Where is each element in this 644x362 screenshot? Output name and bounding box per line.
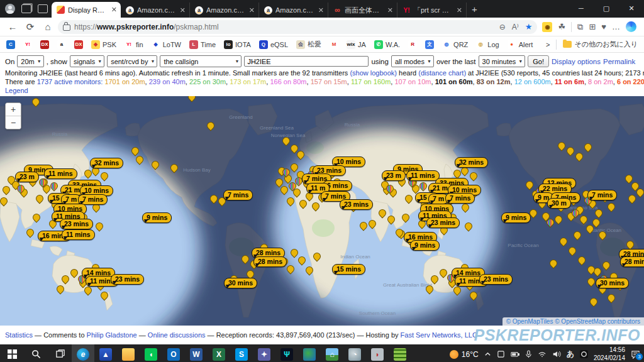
map-marker-time-label[interactable]: 15 mins (332, 264, 365, 275)
footer-link[interactable]: Statistics (5, 331, 33, 339)
taskbar-app-grid-app[interactable] (389, 344, 411, 362)
world-map[interactable]: RussiaRussiaGreenlandGreenland SeaHudson… (0, 96, 644, 326)
map-marker-time-label[interactable]: 30 mins (596, 278, 629, 288)
status-link[interactable]: (show logbook) (350, 69, 397, 77)
footer-link[interactable]: Fast Serv Networks, LLC (401, 331, 477, 339)
home-button[interactable]: ⌂ (40, 19, 55, 35)
split-screen-icon[interactable]: ⧉ (577, 22, 583, 32)
legend-link[interactable]: Legend (5, 87, 28, 94)
map-marker-time-label[interactable]: 23 mins (60, 219, 93, 229)
read-aloud-icon[interactable]: A⁾ (512, 23, 519, 31)
back-button[interactable]: ← (5, 19, 20, 35)
close-button[interactable]: ✕ (619, 0, 644, 16)
map-marker-time-label[interactable]: 23 m (382, 170, 406, 181)
status-link[interactable]: (distance chart) (418, 69, 466, 77)
callsign-input[interactable] (244, 56, 369, 67)
browser-tab[interactable]: Display Receptio✕ (52, 2, 121, 18)
bookmark-amazon[interactable]: a (57, 40, 66, 49)
window-select[interactable]: 30 minutes▼ (479, 55, 526, 67)
map-marker-time-label[interactable]: 7 mins (223, 190, 253, 200)
browser-essentials-icon[interactable]: ♥ (601, 22, 606, 31)
map-marker-time-label[interactable]: 28 mins (253, 256, 287, 267)
other-favorites-folder[interactable]: その他のお気に入り (563, 40, 638, 49)
taskbar-app-file-explorer[interactable] (117, 344, 140, 362)
new-tab-button[interactable]: + (472, 4, 477, 14)
openstreetmap-link[interactable]: © OpenStreetMap contributors (555, 318, 640, 325)
map-marker-time-label[interactable]: 28 mins (620, 256, 644, 267)
taskbar-app-scanner[interactable]: ▲ (94, 344, 117, 362)
active-monitors-link[interactable]: 1737 active monitors: (37, 78, 105, 85)
zoom-out-button[interactable]: − (6, 116, 21, 129)
browser-tab[interactable]: ∞画面全体もしくは✕ (328, 3, 397, 18)
map-marker-time-label[interactable]: 23 mins (426, 217, 460, 228)
lock-icon[interactable] (63, 25, 70, 31)
tab-close-icon[interactable]: ✕ (387, 6, 393, 14)
workspaces-icon[interactable] (21, 4, 31, 13)
show-select[interactable]: signals▼ (70, 55, 104, 67)
tab-close-icon[interactable]: ✕ (457, 6, 462, 14)
ime-mode-icon[interactable]: あ (567, 349, 574, 359)
tablet-icon[interactable] (497, 350, 505, 358)
map-marker-time-label[interactable]: 9 mins (501, 212, 531, 223)
bookmark-iota[interactable]: ioIOTA (224, 40, 251, 49)
taskbar-search-icon[interactable] (24, 344, 48, 362)
browser-tab[interactable]: aAmazon.co.jp :✕ (190, 3, 259, 18)
bookmark-dx-world[interactable]: DX (74, 40, 83, 49)
map-marker-time-label[interactable]: 11 mins (44, 168, 77, 179)
weather-widget[interactable]: 16°C (450, 350, 479, 359)
microphone-icon[interactable] (525, 350, 532, 358)
refresh-button[interactable]: ⟳ (23, 19, 38, 35)
bookmark-dx[interactable]: DX (40, 40, 49, 49)
tray-chevron-up-icon[interactable] (484, 351, 491, 358)
map-marker-time-label[interactable]: 11 mins (406, 170, 440, 181)
browser-tab[interactable]: aAmazon.co.jp : a✕ (121, 3, 190, 18)
footer-link[interactable]: Philip Gladstone (87, 331, 137, 339)
bookmark-time[interactable]: LTime (189, 40, 216, 49)
taskbar-app-globe[interactable] (298, 344, 321, 362)
bookmark-alert[interactable]: ●Alert (508, 40, 533, 49)
bookmark-shoai[interactable]: 会松愛 (296, 40, 321, 49)
bookmark-psk[interactable]: ◆PSK (91, 40, 116, 49)
taskbar-app-compass[interactable]: ✦ (253, 344, 275, 362)
extension-generic-icon[interactable]: ☘ (558, 22, 565, 31)
map-marker-time-label[interactable]: 23 mins (479, 274, 513, 285)
zoom-out-icon[interactable]: ⊖ (499, 23, 506, 31)
task-view-icon[interactable] (48, 344, 72, 362)
taskbar-app-edge[interactable]: e (72, 344, 94, 362)
maximize-button[interactable]: ▢ (594, 0, 619, 16)
taskbar-app-line[interactable]: ◖ (140, 344, 162, 362)
taskbar-app-skype[interactable]: S (230, 344, 253, 362)
map-marker-time-label[interactable]: 32 mins (90, 158, 123, 168)
tab-actions-icon[interactable] (38, 4, 48, 13)
callsign-mode-select[interactable]: the callsign▼ (160, 55, 242, 67)
battery-icon[interactable] (511, 350, 519, 358)
start-button[interactable] (0, 344, 24, 362)
minimize-button[interactable]: ─ (569, 0, 594, 16)
map-marker-time-label[interactable]: 7 mins (587, 190, 617, 200)
map-marker-time-label[interactable]: 23 mins (111, 274, 144, 285)
taskbar-app-radio-scene[interactable]: ⌂ (321, 344, 343, 362)
modes-select[interactable]: all modes▼ (391, 55, 434, 67)
zoom-in-button[interactable]: + (6, 103, 21, 116)
profile-avatar[interactable] (5, 4, 15, 14)
bookmark-lotw[interactable]: ◆LoTW (152, 40, 181, 49)
tab-close-icon[interactable]: ✕ (180, 6, 186, 14)
go-button[interactable]: Go! (528, 55, 549, 67)
footer-link[interactable]: Online discussions (148, 331, 206, 339)
bookmark-blue-circle[interactable]: C (6, 40, 15, 49)
taskbar-app-excel[interactable]: X (208, 344, 230, 362)
display-options-link[interactable]: Display options (552, 58, 601, 65)
bookmarks-overflow-chevron[interactable]: > (546, 41, 550, 48)
bookmark-yahoo[interactable]: Y! (23, 40, 32, 49)
bookmark-wix-ja[interactable]: wixJA (347, 40, 366, 49)
tab-close-icon[interactable]: ✕ (318, 6, 324, 14)
speaker-icon[interactable] (552, 350, 561, 358)
taskbar-app-globe-clock[interactable]: ◔ (343, 344, 366, 362)
sentrcvd-select[interactable]: sent/rcvd by▼ (107, 55, 157, 67)
browser-tab[interactable]: Y!「prt scr 使えない」✕ (397, 3, 467, 18)
night-mode-icon[interactable] (580, 350, 588, 358)
taskbar-app-word[interactable]: W (185, 344, 208, 362)
map-marker-time-label[interactable]: 30 m (547, 198, 571, 209)
taskbar-app-outlook[interactable]: O (162, 344, 185, 362)
band-select[interactable]: 20m▼ (17, 55, 43, 67)
